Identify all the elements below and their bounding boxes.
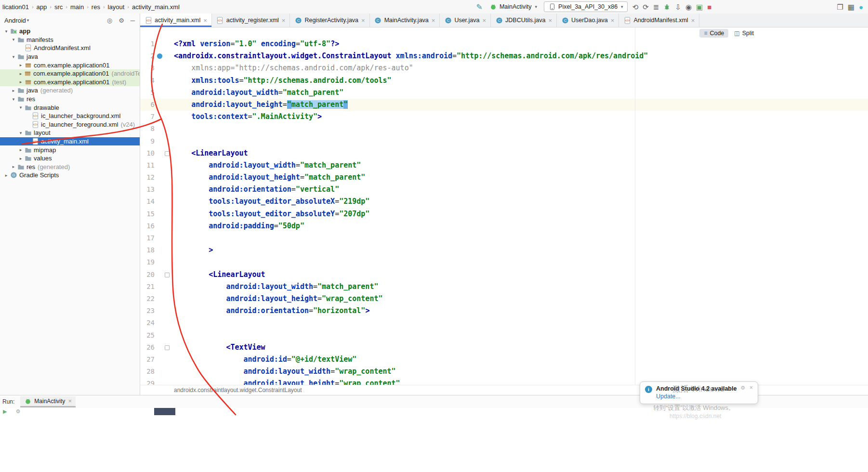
locate-file-icon[interactable]: ◎ (107, 17, 112, 24)
stop-icon[interactable]: ■ (707, 3, 711, 11)
tab-activity-main-xml[interactable]: </>activity_main.xml× (140, 13, 212, 27)
tree-item-app[interactable]: ▾app (0, 27, 140, 36)
gutter[interactable]: 21 (140, 281, 172, 293)
tree-item-ic-launcher-foreground-xml-v24[interactable]: </>ic_launcher_foreground.xml(v24) (0, 120, 140, 129)
fold-marker-icon[interactable] (165, 273, 170, 277)
gutter[interactable]: 17 (140, 232, 172, 244)
sync-arrow-icon[interactable]: ⟲ (632, 3, 639, 11)
breadcrumb-item[interactable]: androidx.constraintlayout.widget.Constra… (174, 387, 302, 393)
gutter[interactable]: 5 (140, 87, 172, 99)
tree-item-com-example-application01-test[interactable]: ▸com.example.application01(test) (0, 78, 140, 87)
build-variants-icon[interactable]: ≣ (653, 3, 659, 11)
coverage-icon[interactable]: ▣ (696, 3, 703, 11)
close-icon[interactable]: × (68, 397, 72, 405)
gutter[interactable]: 26 (140, 341, 172, 354)
close-icon[interactable]: × (750, 384, 753, 391)
close-icon[interactable]: × (548, 17, 552, 24)
gutter[interactable]: 10 (140, 147, 172, 159)
tab-registeractivity-java[interactable]: CRegisterActivity.java× (290, 13, 369, 27)
chevron-right-icon[interactable]: ▸ (17, 71, 24, 76)
tree-item-res-generated[interactable]: ▸res(generated) (0, 163, 140, 171)
gutter[interactable]: 28 (140, 366, 172, 378)
gutter[interactable]: 16 (140, 220, 172, 232)
close-icon[interactable]: × (203, 17, 207, 24)
chevron-down-icon[interactable]: ▾ (3, 29, 10, 34)
breadcrumb-item-layout[interactable]: layout (107, 3, 126, 11)
close-icon[interactable]: × (691, 17, 695, 24)
tree-item-res[interactable]: ▾res (0, 95, 140, 104)
breadcrumb-item-activity-main-xml[interactable]: activity_main.xml (131, 3, 181, 11)
code-area[interactable]: 1<?xml version="1.0" encoding="utf-8"?>2… (140, 27, 868, 385)
gutter[interactable]: 2 (140, 50, 172, 62)
chevron-down-icon[interactable]: ▾ (10, 54, 17, 59)
gutter[interactable]: 1 (140, 38, 172, 50)
editor-layout-icon[interactable]: ▦ (848, 3, 855, 11)
gutter[interactable]: 7 (140, 111, 172, 123)
chevron-right-icon[interactable]: ▸ (10, 164, 17, 169)
tree-item-java-generated[interactable]: ▸java(generated) (0, 86, 140, 95)
gutter[interactable]: 20 (140, 269, 172, 281)
breadcrumb-item-lication01[interactable]: lication01 (1, 3, 30, 11)
gutter[interactable]: 29 (140, 378, 172, 385)
chevron-down-icon[interactable]: ▾ (10, 97, 17, 102)
project-view-select[interactable]: Android (4, 17, 26, 24)
tree-item-values[interactable]: ▸values (0, 154, 140, 163)
chevron-right-icon[interactable]: ▸ (3, 173, 10, 178)
gutter[interactable]: 25 (140, 329, 172, 341)
update-link[interactable]: Update... (656, 393, 736, 400)
tree-item-gradle-scripts[interactable]: ▸GGradle Scripts (0, 171, 140, 180)
editor[interactable]: 1<?xml version="1.0" encoding="utf-8"?>2… (140, 27, 868, 385)
gutter[interactable]: 19 (140, 256, 172, 268)
tree-item-com-example-application01[interactable]: ▸com.example.application01 (0, 61, 140, 69)
chevron-down-icon[interactable]: ▾ (17, 131, 24, 135)
avatar-icon[interactable]: ● (859, 3, 863, 11)
breadcrumb-item-src[interactable]: src (53, 3, 64, 11)
chevron-right-icon[interactable]: ▸ (10, 88, 17, 93)
gutter[interactable]: 23 (140, 305, 172, 317)
tree-item-mipmap[interactable]: ▸mipmap (0, 145, 140, 154)
split-view-button[interactable]: ◫ Split (730, 29, 758, 38)
tab-jdbcutils-java[interactable]: CJDBCUtils.java× (491, 13, 557, 27)
tab-activity-register-xml[interactable]: </>activity_register.xml× (212, 13, 290, 27)
chevron-down-icon[interactable]: ▾ (17, 105, 24, 110)
debug-bug-icon[interactable] (663, 3, 671, 11)
tree-item-manifests[interactable]: ▾manifests (0, 36, 140, 44)
gutter[interactable]: 9 (140, 135, 172, 147)
gutter[interactable]: 4 (140, 75, 172, 87)
tab-androidmanifest-xml[interactable]: </>AndroidManifest.xml× (619, 13, 699, 27)
gear-icon[interactable]: ⚙ (740, 385, 745, 391)
gutter[interactable]: 22 (140, 293, 172, 305)
close-icon[interactable]: × (432, 17, 435, 24)
tree-item-com-example-application01-androidtest[interactable]: ▸com.example.application01(androidTest) (0, 69, 140, 78)
run-tab[interactable]: MainActivity × (20, 396, 76, 407)
layout-captures-icon[interactable]: ❐ (837, 3, 843, 11)
chevron-right-icon[interactable]: ▸ (17, 156, 24, 161)
device-select[interactable]: Pixel_3a_API_30_x86 ▾ (544, 1, 628, 12)
chevron-right-icon[interactable]: ▸ (17, 147, 24, 152)
breadcrumb-item-main[interactable]: main (69, 3, 85, 11)
tree-item-drawable[interactable]: ▾drawable (0, 103, 140, 112)
close-icon[interactable]: × (483, 17, 487, 24)
redo-arrow-icon[interactable]: ⟳ (643, 3, 649, 11)
hide-panel-icon[interactable]: ─ (131, 17, 135, 24)
gutter[interactable]: 12 (140, 171, 172, 184)
tree-item-androidmanifest-xml[interactable]: </>AndroidManifest.xml (0, 44, 140, 52)
tree-item-java[interactable]: ▾java (0, 52, 140, 61)
fold-marker-icon[interactable] (165, 345, 170, 350)
gutter[interactable]: 8 (140, 123, 172, 135)
gutter[interactable]: 6 (140, 99, 172, 111)
gutter[interactable]: 27 (140, 354, 172, 366)
gutter[interactable]: 24 (140, 317, 172, 329)
gutter[interactable]: 11 (140, 159, 172, 171)
close-icon[interactable]: × (361, 17, 365, 24)
gear-icon[interactable]: ⚙ (15, 408, 20, 415)
chevron-down-icon[interactable]: ▾ (10, 37, 17, 42)
breadcrumb-item-app[interactable]: app (36, 3, 48, 11)
gutter[interactable]: 3 (140, 62, 172, 74)
chevron-right-icon[interactable]: ▸ (17, 79, 24, 84)
run-configuration-select[interactable]: MainActivity ▾ (487, 2, 539, 12)
tab-user-java[interactable]: CUser.java× (440, 13, 491, 27)
edit-configuration-icon[interactable]: ✎ (476, 3, 482, 11)
fold-marker-icon[interactable] (165, 151, 170, 156)
tree-item-activity-main-xml[interactable]: </>activity_main.xml (0, 137, 140, 146)
